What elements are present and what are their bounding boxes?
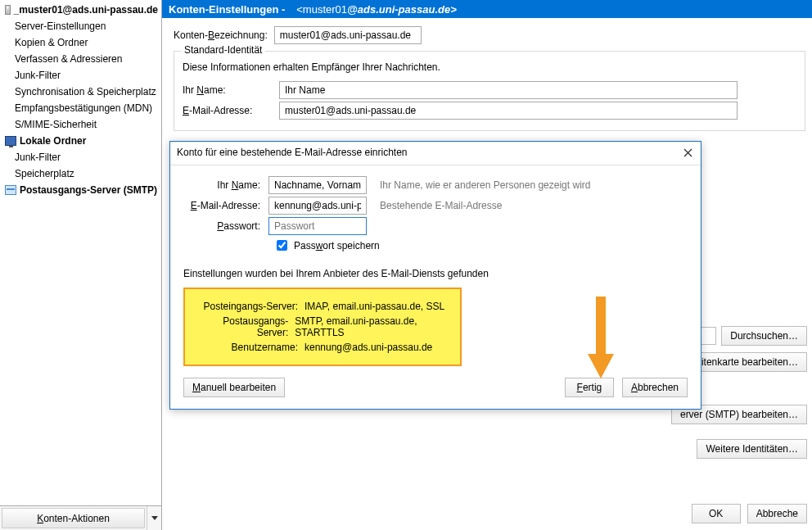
identity-legend: Standard-Identität (181, 44, 265, 56)
tree-item-local-folders[interactable]: Lokale Ordner (0, 133, 161, 149)
wizard-close-button[interactable] (679, 145, 696, 160)
identity-fieldset: Standard-Identität Diese Informationen e… (174, 51, 805, 131)
wizard-name-label: Ihr Name: (183, 179, 260, 191)
wizard-email-label: E-Mail-Adresse: (183, 200, 260, 211)
wizard-server-box: Posteingangs-Server: IMAP, email.uni-pas… (183, 288, 462, 366)
wizard-remember-label: Passwort speichern (294, 240, 380, 251)
tree-item-sync-storage[interactable]: Synchronisation & Speicherplatz (0, 84, 161, 100)
wizard-incoming-value: IMAP, email.uni-passau.de, SSL (304, 301, 444, 312)
panel-header: Konten-Einstellungen - <muster01@ads.uni… (162, 0, 812, 18)
smtp-icon (5, 185, 16, 195)
wizard-done-button[interactable]: Fertig (565, 378, 614, 397)
wizard-manual-button[interactable]: Manuell bearbeiten (183, 378, 285, 397)
chevron-down-icon (151, 516, 158, 520)
tree-item-compose-address[interactable]: Verfassen & Adressieren (0, 51, 161, 67)
tree-item-local-storage[interactable]: Speicherplatz (0, 165, 161, 182)
account-tree-sidebar: _muster01@ads.uni-passau.de Server-Einst… (0, 0, 162, 530)
ok-button[interactable]: OK (692, 504, 741, 523)
wizard-incoming-label: Posteingangs-Server: (192, 301, 298, 312)
envelope-icon (5, 5, 11, 15)
account-actions-button[interactable]: Konten-Aktionen (2, 508, 145, 528)
wizard-email-hint: Bestehende E-Mail-Adresse (380, 200, 502, 211)
identity-name-input[interactable] (279, 81, 738, 99)
sidebar-footer: Konten-Aktionen (0, 505, 161, 530)
account-wizard-dialog: Konto für eine bestehende E-Mail-Adresse… (169, 141, 701, 410)
tree-item-mdn[interactable]: Empfangsbestätigungen (MDN) (0, 100, 161, 116)
account-label-input[interactable] (274, 26, 422, 44)
wizard-titlebar: Konto für eine bestehende E-Mail-Adresse… (170, 142, 701, 165)
wizard-remember-checkbox[interactable] (277, 240, 287, 251)
tree-item-local-junk[interactable]: Junk-Filter (0, 149, 161, 165)
wizard-outgoing-value: SMTP, email.uni-passau.de, STARTTLS (295, 315, 453, 338)
wizard-cancel-button[interactable]: Abbrechen (622, 378, 688, 397)
wizard-username-value: kennung@ads.uni-passau.de (304, 342, 432, 353)
wizard-email-input[interactable] (268, 197, 367, 215)
tree-item-server-settings[interactable]: Server-Einstellungen (0, 18, 161, 34)
wizard-title: Konto für eine bestehende E-Mail-Adresse… (177, 147, 408, 158)
identity-email-input[interactable] (279, 102, 738, 120)
tree-item-junk[interactable]: Junk-Filter (0, 67, 161, 84)
identity-email-label: E-Mail-Adresse: (183, 105, 273, 116)
tree-item-account[interactable]: _muster01@ads.uni-passau.de (0, 2, 161, 18)
wizard-outgoing-label: Postausgangs-Server: (192, 315, 288, 338)
dialog-bottom-buttons: OK Abbreche (692, 504, 807, 523)
tree-item-smtp[interactable]: Postausgangs-Server (SMTP) (0, 182, 161, 198)
panel-email: <muster01@ads.uni-passau.de> (296, 3, 457, 16)
wizard-password-label: Passwort: (183, 220, 260, 232)
identity-desc: Diese Informationen erhalten Empfänger I… (183, 61, 796, 73)
account-actions-dropdown-arrow[interactable] (147, 506, 161, 530)
close-icon (683, 148, 692, 157)
tree-item-smime[interactable]: S/MIME-Sicherheit (0, 116, 161, 133)
wizard-name-hint: Ihr Name, wie er anderen Personen gezeig… (380, 179, 590, 191)
more-identities-button[interactable]: Weitere Identitäten… (697, 439, 807, 459)
monitor-icon (5, 136, 16, 146)
tree-item-copies-folders[interactable]: Kopien & Ordner (0, 34, 161, 51)
cancel-button[interactable]: Abbreche (747, 504, 807, 523)
wizard-status-text: Einstellungen wurden bei Ihrem Anbieter … (183, 268, 688, 279)
identity-name-label: Ihr Name: (183, 84, 273, 96)
wizard-username-label: Benutzername: (192, 342, 298, 353)
wizard-password-input[interactable] (268, 217, 367, 235)
account-label-label: Konten-Bezeichnung: (174, 29, 268, 41)
panel-title: Konten-Einstellungen - (169, 3, 285, 16)
account-tree: _muster01@ads.uni-passau.de Server-Einst… (0, 0, 161, 505)
browse-button[interactable]: Durchsuchen… (721, 326, 807, 346)
wizard-name-input[interactable] (268, 176, 367, 194)
